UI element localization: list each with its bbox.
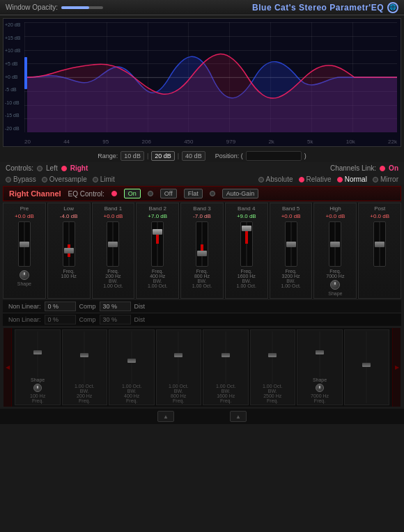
- eq-autogain-radio[interactable]: [210, 191, 215, 196]
- left-band-pre: Shape 100 Hz Freq.: [15, 329, 61, 405]
- relative-label: Relative: [306, 175, 332, 183]
- absolute-option[interactable]: Absolute: [258, 175, 293, 183]
- controls-right: Channels Link: On: [330, 164, 398, 172]
- band-4-bw: BW.1.00 Oct.: [237, 279, 256, 288]
- relative-radio[interactable]: [299, 177, 304, 182]
- right-radio[interactable]: [61, 166, 67, 171]
- band-3-freq: Freq.800 Hz: [194, 269, 210, 279]
- band-high-fader[interactable]: [329, 221, 341, 267]
- limit-radio[interactable]: [93, 177, 98, 182]
- right-nav-arrow[interactable]: ▶: [392, 328, 401, 407]
- band-1-freq: Freq.200 Hz: [105, 269, 121, 279]
- left-channel-area: ◀ ▶ Shape 100 Hz Freq. 1.00 Oct. BW. 200…: [3, 327, 401, 407]
- band-low-value: -4.0 dB: [60, 213, 78, 219]
- comp-value-input-2[interactable]: [100, 315, 131, 324]
- db-label-5p: +5 dB: [5, 61, 20, 66]
- range-20db[interactable]: 20 dB: [151, 151, 175, 161]
- controls-label: Controls:: [6, 164, 33, 172]
- range-10db[interactable]: 10 dB: [121, 151, 144, 161]
- band-post-fader[interactable]: [373, 221, 386, 267]
- left-option-label[interactable]: Left: [46, 164, 58, 172]
- left-band-post: [344, 329, 390, 405]
- bypass-radio[interactable]: [6, 177, 11, 182]
- oversample-radio[interactable]: [42, 177, 47, 182]
- band-4: Band 4 +9.0 dB Freq.1600 Hz BW.1.00 Oct.: [225, 203, 268, 299]
- relative-option[interactable]: Relative: [299, 175, 332, 183]
- db-label-5n: -5 dB: [5, 87, 20, 92]
- left-bands-container: Shape 100 Hz Freq. 1.00 Oct. BW. 200 Hz …: [15, 329, 389, 405]
- dist-label: Dist: [134, 303, 146, 310]
- band-3-name: Band 3: [193, 205, 210, 212]
- comp-value-input[interactable]: [100, 302, 131, 311]
- band-2-freq: Freq.400 Hz: [150, 269, 165, 279]
- band-pre-shape-knob[interactable]: [20, 270, 29, 280]
- normal-radio[interactable]: [337, 177, 343, 182]
- band-3: Band 3 -7.0 dB Freq.800 Hz BW.1.00 Oct.: [180, 203, 224, 299]
- band-2: Band 2 +7.0 dB Freq.400 Hz BW.1.00 Oct.: [136, 203, 179, 299]
- band-pre-fader[interactable]: [18, 221, 31, 267]
- band-pre-shape-label: Shape: [17, 281, 31, 286]
- bypass-option[interactable]: Bypass: [6, 175, 36, 183]
- band-low: Low -4.0 dB Freq.100 Hz: [47, 203, 91, 299]
- band-pre: Pre +0.0 dB Shape: [3, 203, 46, 299]
- range-sep1: |: [147, 152, 148, 159]
- eq-off-radio[interactable]: [148, 191, 153, 196]
- left-radio[interactable]: [37, 166, 42, 171]
- link-on-radio[interactable]: [380, 166, 385, 171]
- freq-95: 95: [102, 139, 109, 145]
- band-high-freq: Freq.7000 Hz: [326, 269, 344, 279]
- left-band-3: 1.00 Oct. BW. 800 Hz Freq.: [156, 329, 202, 405]
- eq-flat-btn[interactable]: Flat: [184, 189, 203, 198]
- band-5: Band 5 +0.0 dB Freq.3200 Hz BW.1.00 Oct.: [270, 203, 313, 299]
- eq-off-btn[interactable]: Off: [160, 189, 177, 198]
- mirror-radio[interactable]: [373, 177, 378, 182]
- absolute-radio[interactable]: [258, 177, 264, 182]
- band-4-freq: Freq.1600 Hz: [238, 269, 256, 279]
- band-2-value: +7.0 dB: [148, 213, 167, 219]
- band-high-name: High: [329, 205, 341, 212]
- band-3-bw: BW.1.00 Oct.: [192, 279, 212, 288]
- oversample-option[interactable]: Oversample: [42, 175, 87, 183]
- eq-on-radio[interactable]: [111, 191, 117, 196]
- band-2-fader[interactable]: [151, 221, 164, 267]
- channel-header: Right Channel EQ Control: On Off Flat Au…: [3, 186, 401, 201]
- globe-icon[interactable]: 🌐: [387, 2, 398, 13]
- freq-22k: 22k: [388, 139, 397, 145]
- eq-autogain-btn[interactable]: Auto-Gain: [222, 189, 259, 198]
- nl-label: Non Linear:: [8, 303, 41, 310]
- band-low-freq: Freq.100 Hz: [61, 269, 77, 279]
- right-option-label[interactable]: Right: [70, 164, 88, 172]
- band-4-name: Band 4: [238, 205, 255, 212]
- band-1-value: +0.0 dB: [104, 213, 123, 219]
- controls-row: Controls: Left Right Channels Link: On: [0, 162, 404, 174]
- band-pre-name: Pre: [20, 205, 29, 212]
- band-5-fader[interactable]: [285, 221, 297, 267]
- mirror-label: Mirror: [380, 175, 398, 183]
- range-40db[interactable]: 40 dB: [182, 151, 205, 161]
- bottom-btn-left[interactable]: ▲: [157, 411, 174, 422]
- band-1-fader[interactable]: [107, 221, 119, 267]
- band-high: High +0.0 dB Freq.7000 Hz Shape: [313, 203, 357, 299]
- bottom-btn-right[interactable]: ▲: [230, 411, 247, 422]
- left-band-2: 1.00 Oct. BW. 400 Hz Freq.: [109, 329, 155, 405]
- band-3-fader[interactable]: [196, 221, 208, 267]
- position-input[interactable]: [246, 151, 302, 161]
- nl-value-input-2[interactable]: [45, 315, 76, 324]
- band-post: Post +0.0 dB: [358, 203, 401, 299]
- left-band-5: 1.00 Oct. BW. 2500 Hz Freq.: [250, 329, 296, 405]
- band-high-shape-knob[interactable]: [330, 280, 340, 290]
- normal-option[interactable]: Normal: [337, 175, 367, 183]
- limit-option[interactable]: Limit: [93, 175, 115, 183]
- freq-44: 44: [63, 139, 70, 145]
- eq-on-btn[interactable]: On: [124, 189, 141, 198]
- freq-979: 979: [226, 139, 235, 145]
- left-band-1: 1.00 Oct. BW. 200 Hz Freq.: [62, 329, 108, 405]
- band-4-fader[interactable]: [240, 221, 253, 267]
- mirror-option[interactable]: Mirror: [373, 175, 398, 183]
- db-label-20p: +20 dB: [5, 22, 20, 27]
- nl-value-input[interactable]: [45, 302, 76, 311]
- band-low-fader[interactable]: [63, 221, 75, 267]
- freq-2k: 2k: [268, 139, 274, 145]
- opacity-slider[interactable]: [61, 6, 103, 9]
- left-nav-arrow[interactable]: ◀: [3, 328, 12, 407]
